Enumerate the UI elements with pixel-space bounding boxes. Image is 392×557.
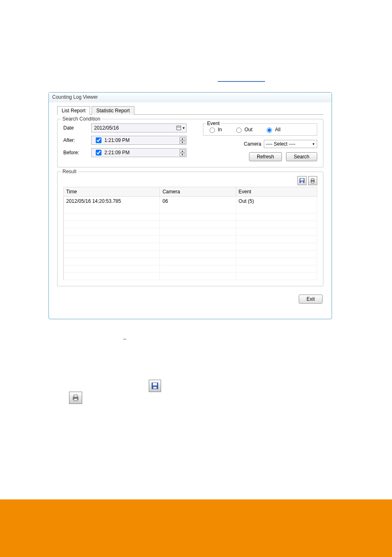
date-input[interactable]: 2012/05/16 ▼ [91, 123, 187, 132]
chevron-down-icon: ▼ [312, 142, 315, 146]
date-value: 2012/05/16 [94, 125, 119, 131]
before-time-input[interactable]: 2:21:09 PM ▲▼ [91, 148, 187, 157]
svg-rect-3 [300, 179, 304, 181]
save-icon[interactable] [297, 176, 307, 185]
save-icon-large [149, 380, 161, 392]
search-button[interactable]: Search [286, 152, 317, 161]
svg-rect-12 [74, 395, 77, 397]
tab-body: Search Condition Date 2012/05/16 ▼ [57, 114, 323, 286]
result-fieldset: Result Time Camera Event [57, 172, 323, 286]
exit-button[interactable]: Exit [299, 295, 323, 304]
tab-list-report[interactable]: List Report [57, 106, 90, 115]
svg-rect-4 [301, 181, 303, 183]
result-legend: Result [61, 169, 78, 174]
before-spinner[interactable]: ▲▼ [180, 149, 185, 156]
svg-rect-0 [177, 126, 181, 130]
event-legend: Event [206, 121, 221, 126]
before-checkbox[interactable] [96, 150, 101, 155]
radio-out[interactable]: Out [234, 126, 252, 133]
cell-camera: 06 [160, 197, 236, 206]
radio-all[interactable]: All [265, 126, 280, 133]
camera-dropdown[interactable]: ---- Select ---- ▼ [264, 140, 317, 148]
search-legend: Search Condition [61, 116, 102, 122]
after-time-input[interactable]: 1:21:09 PM ▲▼ [91, 136, 187, 145]
after-value: 1:21:09 PM [104, 137, 129, 143]
camera-label: Camera [244, 141, 261, 147]
refresh-button[interactable]: Refresh [249, 152, 282, 161]
decorative-link-line [218, 81, 265, 82]
svg-rect-13 [74, 399, 77, 401]
col-event: Event [236, 187, 317, 197]
cell-time: 2012/05/16 14:20:53.785 [64, 197, 160, 206]
cell-event: Out (5) [236, 197, 317, 206]
after-label: After: [63, 137, 88, 143]
svg-rect-9 [153, 383, 157, 385]
print-icon-large [69, 392, 82, 404]
event-fieldset: Event In Out All [203, 123, 317, 136]
counting-log-viewer-window: Counting Log Viewer List Report Statisti… [48, 92, 332, 319]
tab-strip: List Report Statistic Report [49, 102, 332, 114]
before-value: 2:21:09 PM [104, 150, 129, 155]
after-checkbox[interactable] [96, 137, 101, 143]
svg-rect-10 [153, 387, 157, 389]
table-row[interactable]: 2012/05/16 14:20:53.785 06 Out (5) [64, 197, 317, 206]
radio-in[interactable]: In [208, 126, 222, 133]
tab-statistic-report[interactable]: Statistic Report [92, 106, 134, 115]
svg-rect-6 [311, 179, 314, 180]
calendar-dropdown-icon[interactable]: ▼ [176, 125, 185, 130]
after-spinner[interactable]: ▲▼ [180, 137, 185, 144]
print-icon[interactable] [308, 176, 317, 185]
camera-selected: ---- Select ---- [266, 141, 295, 147]
search-condition-fieldset: Search Condition Date 2012/05/16 ▼ [57, 119, 323, 167]
col-camera: Camera [160, 187, 236, 197]
date-label: Date [63, 125, 88, 131]
dash-text: – [123, 336, 126, 342]
svg-rect-7 [311, 181, 314, 183]
window-title: Counting Log Viewer [49, 93, 332, 102]
result-table: Time Camera Event 2012/05/16 14:20:53.78… [63, 187, 317, 280]
before-label: Before: [63, 150, 88, 155]
footer-bar [0, 499, 392, 557]
col-time: Time [64, 187, 160, 197]
